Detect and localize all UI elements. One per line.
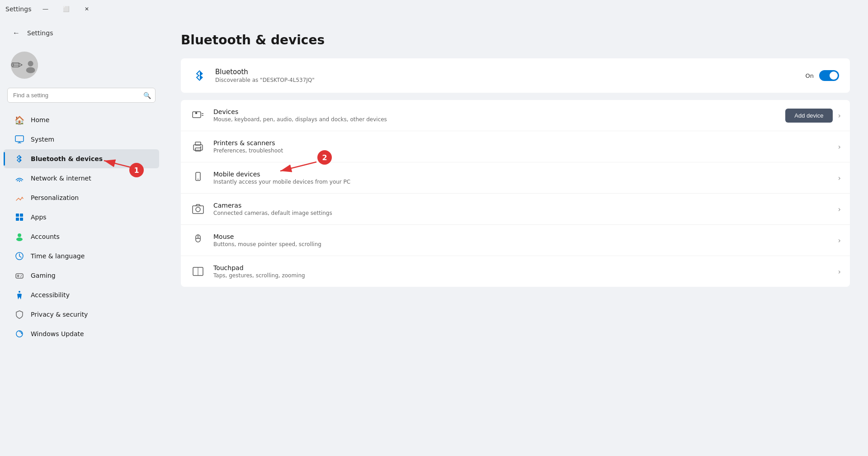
touchpad-icon [190, 263, 206, 280]
touchpad-title: Touchpad [213, 264, 831, 271]
title-bar-title: Settings [5, 5, 31, 13]
minimize-button[interactable]: — [35, 2, 56, 16]
touchpad-row[interactable]: Touchpad Taps, gestures, scrolling, zoom… [181, 256, 850, 287]
sidebar-item-update[interactable]: Windows Update [4, 324, 159, 343]
svg-rect-27 [195, 148, 201, 151]
sidebar-item-accessibility[interactable]: Accessibility [4, 285, 159, 304]
printers-row[interactable]: Printers & scanners Preferences, trouble… [181, 131, 850, 162]
devices-action: Add device › [785, 109, 841, 123]
accounts-icon [14, 232, 24, 242]
maximize-button[interactable]: ⬜ [56, 2, 76, 16]
sidebar-label-accessibility: Accessibility [31, 291, 70, 299]
bluetooth-title: Bluetooth [215, 68, 798, 76]
devices-icon [190, 107, 206, 124]
cameras-row[interactable]: Cameras Connected cameras, default image… [181, 193, 850, 224]
printers-icon [190, 138, 206, 155]
devices-group: Devices Mouse, keyboard, pen, audio, dis… [181, 100, 850, 287]
mouse-row[interactable]: Mouse Buttons, mouse pointer speed, scro… [181, 224, 850, 256]
sidebar-item-bluetooth[interactable]: Bluetooth & devices [4, 149, 159, 168]
user-avatar-svg [23, 52, 38, 79]
svg-rect-9 [16, 218, 19, 221]
add-device-button[interactable]: Add device [785, 109, 832, 123]
bluetooth-text: Bluetooth Discoverable as "DESKTOP-4L537… [215, 68, 798, 83]
app-window: ← Settings ✏ 🔍 🏠 Home [0, 18, 868, 456]
sidebar-item-system[interactable]: System [4, 130, 159, 149]
cameras-text: Cameras Connected cameras, default image… [213, 202, 831, 216]
mobile-text: Mobile devices Instantly access your mob… [213, 171, 831, 185]
sidebar-label-time: Time & language [31, 252, 85, 260]
mobile-chevron: › [838, 174, 841, 182]
devices-row[interactable]: Devices Mouse, keyboard, pen, audio, dis… [181, 100, 850, 131]
sidebar-label-update: Windows Update [31, 330, 84, 337]
printers-title: Printers & scanners [213, 139, 831, 147]
sidebar-label-home: Home [31, 116, 49, 124]
sidebar: ← Settings ✏ 🔍 🏠 Home [0, 18, 163, 456]
update-icon [14, 329, 24, 339]
mobile-desc: Instantly access your mobile devices fro… [213, 179, 831, 185]
printers-action: › [838, 142, 841, 151]
mouse-chevron: › [838, 236, 841, 245]
search-input[interactable] [7, 88, 156, 103]
printers-text: Printers & scanners Preferences, trouble… [213, 139, 831, 154]
svg-rect-10 [20, 218, 23, 221]
svg-point-6 [19, 181, 20, 182]
svg-point-28 [200, 147, 202, 148]
touchpad-desc: Taps, gestures, scrolling, zooming [213, 272, 831, 279]
sidebar-label-personalization: Personalization [31, 194, 79, 201]
sidebar-label-gaming: Gaming [31, 272, 56, 279]
sidebar-item-gaming[interactable]: Gaming [4, 266, 159, 285]
cameras-chevron: › [838, 205, 841, 214]
svg-point-2 [26, 67, 35, 73]
devices-text: Devices Mouse, keyboard, pen, audio, dis… [213, 108, 778, 123]
sidebar-item-accounts[interactable]: Accounts [4, 227, 159, 246]
mouse-icon [190, 232, 206, 248]
sidebar-item-personalization[interactable]: Personalization [4, 188, 159, 207]
printers-chevron: › [838, 142, 841, 151]
sidebar-nav: 🏠 Home System Bluetooth & devices Netw [0, 110, 163, 344]
mobile-icon [190, 170, 206, 186]
bluetooth-desc: Discoverable as "DESKTOP-4L537JQ" [215, 77, 798, 83]
mouse-title: Mouse [213, 233, 831, 240]
touchpad-action: › [838, 267, 841, 276]
back-button[interactable]: ← [11, 27, 22, 39]
svg-point-17 [21, 275, 22, 276]
sidebar-item-home[interactable]: 🏠 Home [4, 110, 159, 129]
privacy-icon [14, 309, 24, 319]
devices-title: Devices [213, 108, 778, 115]
sidebar-title: Settings [27, 29, 53, 37]
user-icon: ✏ [11, 57, 23, 74]
system-icon [14, 134, 24, 144]
svg-point-11 [18, 233, 21, 237]
sidebar-item-privacy[interactable]: Privacy & security [4, 305, 159, 324]
close-button[interactable]: ✕ [76, 2, 97, 16]
bluetooth-toggle[interactable] [819, 70, 839, 81]
sidebar-item-network[interactable]: Network & internet [4, 169, 159, 188]
svg-point-12 [16, 238, 23, 241]
cameras-action: › [838, 205, 841, 214]
svg-rect-3 [15, 136, 24, 142]
sidebar-item-time[interactable]: Time & language [4, 247, 159, 266]
avatar: ✏ [11, 52, 38, 79]
sidebar-label-privacy: Privacy & security [31, 311, 88, 318]
network-icon [14, 173, 24, 183]
title-bar: Settings — ⬜ ✕ [0, 0, 868, 18]
mobile-action: › [838, 174, 841, 182]
svg-point-30 [198, 179, 198, 180]
svg-point-18 [20, 276, 21, 277]
apps-icon [14, 212, 24, 222]
printers-desc: Preferences, troubleshoot [213, 147, 831, 154]
bluetooth-icon [192, 67, 208, 84]
touchpad-text: Touchpad Taps, gestures, scrolling, zoom… [213, 264, 831, 279]
mobile-row[interactable]: Mobile devices Instantly access your mob… [181, 162, 850, 193]
cameras-title: Cameras [213, 202, 831, 209]
accessibility-icon [14, 290, 24, 300]
cameras-desc: Connected cameras, default image setting… [213, 210, 831, 216]
mouse-action: › [838, 236, 841, 245]
svg-rect-7 [16, 214, 19, 217]
bluetooth-card[interactable]: Bluetooth Discoverable as "DESKTOP-4L537… [181, 58, 850, 93]
sidebar-label-network: Network & internet [31, 175, 91, 182]
svg-point-19 [19, 291, 20, 293]
personalization-icon [14, 193, 24, 203]
sidebar-item-apps[interactable]: Apps [4, 208, 159, 227]
svg-point-1 [28, 61, 33, 66]
